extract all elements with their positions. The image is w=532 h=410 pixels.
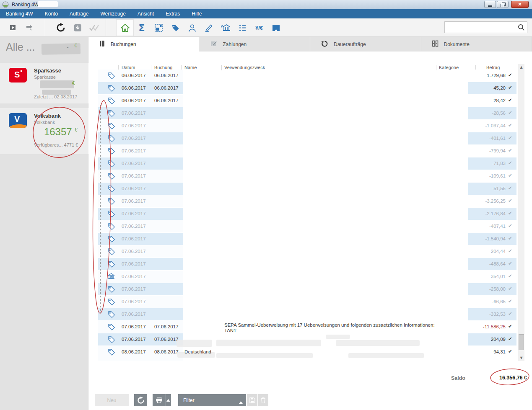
sync-button[interactable]: [134, 394, 147, 406]
menu-item-ansicht[interactable]: Ansicht: [132, 9, 160, 18]
neu-button[interactable]: Neu: [95, 394, 129, 406]
account-item-sparkasse[interactable]: S Sparkasse Sparkasse € Zuletzt ... 02.0…: [0, 63, 88, 103]
transfer-files-button[interactable]: [22, 20, 39, 36]
vertical-scrollbar[interactable]: ▲ ▼: [518, 64, 524, 361]
delete-filter-button[interactable]: [258, 394, 268, 406]
notes-icon: [272, 24, 280, 32]
table-row[interactable]: 07.06.2017-407,41✔: [98, 220, 516, 233]
table-row[interactable]: 07.06.2017-3.256,25✔: [98, 195, 516, 208]
sidebar-all-accounts[interactable]: Alle ... - €: [6, 41, 35, 53]
chevron-up-icon: [166, 399, 170, 402]
table-row[interactable]: 07.06.2017-799,94✔: [98, 145, 516, 157]
cell-betrag: -488,64: [451, 261, 506, 266]
print-button[interactable]: [153, 394, 165, 406]
table-row[interactable]: 07.06.2017-51,55✔: [98, 183, 516, 195]
tab-zahlungen[interactable]: Zahlungen: [200, 37, 311, 52]
booked-check-icon: ✔: [508, 198, 516, 204]
signature-button[interactable]: [200, 20, 217, 36]
table-row[interactable]: 07.06.2017-109,61✔: [98, 170, 516, 183]
minimize-icon: [488, 5, 492, 7]
booked-check-icon: ✔: [508, 298, 516, 304]
chevron-up-icon: [239, 399, 243, 405]
table-row[interactable]: 07.06.2017-2.176,84✔: [98, 208, 516, 220]
currency-converter-button[interactable]: ¥/€: [251, 20, 267, 36]
table-row[interactable]: 07.06.2017-204,44✔: [98, 245, 516, 258]
menu-item-extras[interactable]: Extras: [160, 9, 186, 18]
table-row[interactable]: 07.06.2017-332,53✔: [98, 308, 516, 321]
cell-verwendungszweck: SEPA Sammel-Ueberweisung mit 17 Ueberwei…: [224, 322, 467, 333]
cell-buchung: 06.06.2017: [154, 98, 179, 103]
scrollbar-thumb[interactable]: [519, 334, 524, 350]
tag-icon: [107, 84, 115, 93]
booked-check-icon: ✔: [508, 72, 516, 78]
report-icon: [154, 23, 163, 32]
refresh-button[interactable]: [52, 20, 69, 36]
cell-betrag: -11.586,25: [451, 324, 506, 329]
account-item-volksbank[interactable]: V Volksbank Volksbank 16357 € Verfügbare…: [0, 108, 88, 154]
table-row[interactable]: 07.06.2017-1.037,44✔: [98, 120, 516, 132]
table-row[interactable]: 07.06.2017-401,61✔: [98, 132, 516, 145]
templates-icon: [238, 24, 247, 32]
table-row[interactable]: 07.06.2017-258,00✔: [98, 283, 516, 296]
home-button[interactable]: [117, 20, 133, 36]
restore-icon: [501, 3, 505, 7]
restore-button[interactable]: [497, 1, 509, 8]
tab-dauerauftr-ge[interactable]: Daueraufträge: [310, 37, 421, 52]
contacts-button[interactable]: [184, 20, 200, 36]
notes-button[interactable]: [267, 20, 284, 36]
tab-dokumente[interactable]: Dokumente: [421, 37, 532, 52]
trash-icon: [261, 397, 266, 403]
tag-icon: [107, 260, 115, 269]
search-icon[interactable]: [518, 24, 525, 32]
sync-icon: [137, 397, 145, 404]
cell-betrag: -3.256,25: [451, 199, 506, 204]
approve-checks-button[interactable]: [86, 20, 103, 36]
bank-access-button[interactable]: [217, 20, 234, 36]
filter-dropdown[interactable]: Filter: [178, 394, 246, 406]
table-row[interactable]: 07.06.2017-1.540,94✔: [98, 233, 516, 245]
tag-icon: [107, 197, 115, 206]
table-row[interactable]: 06.06.201706.06.201745,20✔: [98, 82, 516, 95]
tab-buchungen[interactable]: Buchungen: [88, 37, 200, 52]
search-input[interactable]: [447, 23, 514, 31]
table-row[interactable]: 06.06.201706.06.20171.729,68✔: [98, 70, 516, 82]
sum-button[interactable]: Σ: [133, 20, 150, 36]
table-row[interactable]: 07.06.2017-71,83✔: [98, 157, 516, 170]
table-row[interactable]: 07.06.2017-488,64✔: [98, 258, 516, 271]
table-row[interactable]: 07.06.2017-354,01✔: [98, 271, 516, 283]
cell-datum: 07.06.2017: [122, 123, 146, 128]
templates-button[interactable]: [234, 20, 251, 36]
scroll-up-icon[interactable]: ▲: [518, 64, 524, 70]
approve-checks-icon: [89, 24, 100, 31]
app-icon: [2, 1, 9, 9]
booked-check-icon: ✔: [508, 260, 516, 266]
menu-item-auftr-ge[interactable]: Aufträge: [64, 9, 94, 18]
tab-label: Buchungen: [111, 41, 136, 47]
tags-button[interactable]: [167, 20, 184, 36]
tab-icon: [210, 40, 218, 48]
menu-item-konto[interactable]: Konto: [39, 9, 64, 18]
table-row[interactable]: 07.06.2017-28,56✔: [98, 107, 516, 120]
close-icon: ✕: [518, 2, 522, 7]
scroll-down-icon[interactable]: ▼: [518, 355, 524, 361]
contacts-icon: [188, 23, 197, 32]
minimize-button[interactable]: [484, 1, 496, 8]
menu-item-banking-4w[interactable]: Banking 4W: [0, 9, 39, 18]
close-button[interactable]: ✕: [511, 1, 529, 8]
menu-item-werkzeuge[interactable]: Werkzeuge: [94, 9, 131, 18]
save-filter-button[interactable]: [247, 394, 257, 406]
send-file-button[interactable]: [5, 20, 22, 36]
table-row[interactable]: 07.06.201707.06.2017SEPA Sammel-Ueberwei…: [98, 321, 516, 333]
tag-icon: [107, 235, 115, 244]
report-button[interactable]: [150, 20, 167, 36]
print-options-button[interactable]: [165, 394, 171, 406]
tab-label: Zahlungen: [223, 41, 247, 47]
cell-betrag: -401,61: [451, 136, 506, 141]
bottom-toolbar: Neu Filter: [88, 389, 532, 410]
redaction-patch: [38, 1, 58, 7]
inbox-download-button[interactable]: [69, 20, 86, 36]
menu-item-hilfe[interactable]: Hilfe: [186, 9, 208, 18]
table-row[interactable]: 06.06.201706.06.201728,42✔: [98, 95, 516, 107]
table-row[interactable]: 07.06.2017-66,65✔: [98, 296, 516, 308]
cell-betrag: -71,83: [451, 161, 506, 166]
